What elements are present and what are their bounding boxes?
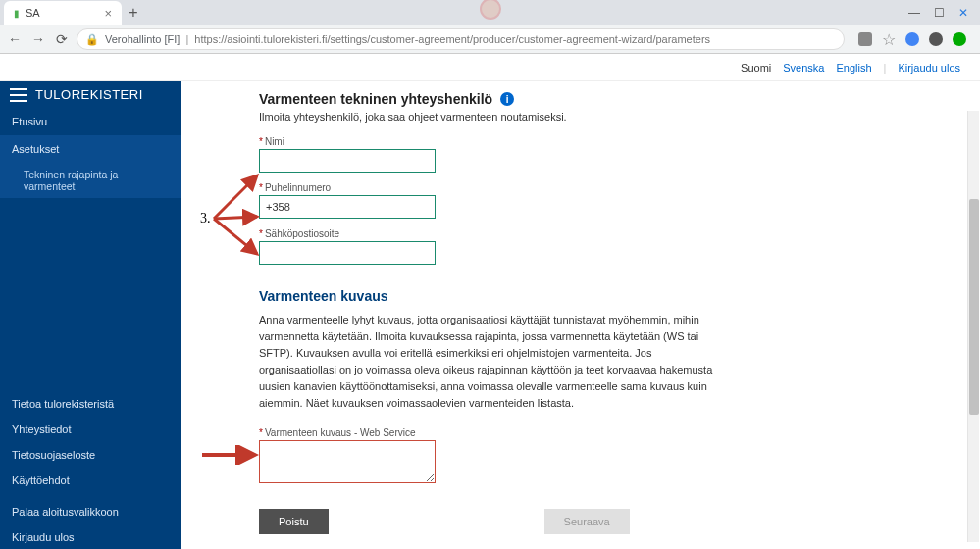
sidebar: TULOREKISTERI Etusivu Asetukset Tekninen…	[0, 81, 181, 549]
phone-input[interactable]	[259, 195, 436, 219]
extension-icons: ☆	[851, 30, 974, 49]
url-org: Verohallinto [FI]	[105, 33, 180, 45]
sidebar-item-logout[interactable]: Kirjaudu ulos	[0, 524, 181, 549]
exit-button[interactable]: Poistu	[259, 509, 329, 534]
new-tab-button[interactable]: +	[122, 4, 145, 22]
lang-link-sv[interactable]: Svenska	[783, 62, 824, 74]
label-email: *Sähköpostiosoite	[259, 228, 941, 239]
browser-tab[interactable]: ▮ SA ×	[4, 1, 122, 25]
sidebar-item-privacy[interactable]: Tietosuojaseloste	[0, 442, 181, 468]
nav-row: ← → ⟳ 🔒 Verohallinto [FI] | https://asio…	[0, 25, 980, 53]
browser-chrome: ▮ SA × + — ☐ ✕ ← → ⟳ 🔒 Verohallinto [FI]…	[0, 0, 980, 54]
minimize-icon[interactable]: —	[908, 6, 920, 20]
brand-row: TULOREKISTERI	[0, 81, 181, 108]
name-input[interactable]	[259, 149, 436, 173]
ext-icon-4[interactable]	[953, 32, 966, 46]
url-divider: |	[185, 33, 188, 45]
annotation-arrow-2	[200, 445, 261, 465]
cert-desc-textarea[interactable]	[259, 440, 436, 483]
content-area: 3. Varmenteen tekninen yhteyshenkilö i I…	[181, 81, 980, 549]
lang-link-fi[interactable]: Suomi	[741, 62, 771, 74]
label-name: *Nimi	[259, 136, 941, 147]
language-bar: Suomi Svenska English | Kirjaudu ulos	[0, 54, 980, 81]
annotation-step-number: 3.	[200, 211, 211, 226]
next-button[interactable]: Seuraava	[544, 509, 630, 534]
url-text: https://asiointi.tulorekisteri.fi/settin…	[194, 33, 710, 45]
sidebar-item-settings[interactable]: Asetukset	[0, 135, 181, 163]
sidebar-item-terms[interactable]: Käyttöehdot	[0, 468, 181, 493]
sidebar-item-back[interactable]: Palaa aloitusvalikkoon	[0, 499, 181, 524]
annotation-arrow-1	[210, 170, 263, 258]
sidebar-item-about[interactable]: Tietoa tulorekisteristä	[0, 391, 181, 417]
svg-line-0	[214, 175, 257, 219]
close-icon[interactable]: ×	[104, 6, 112, 21]
ext-icon-1[interactable]	[858, 32, 872, 46]
section-title-text: Varmenteen tekninen yhteyshenkilö	[259, 91, 492, 107]
label-phone: *Puhelinnumero	[259, 182, 941, 193]
sidebar-item-home[interactable]: Etusivu	[0, 108, 181, 135]
section-title-description: Varmenteen kuvaus	[259, 288, 941, 304]
description-paragraph: Anna varmenteelle lyhyt kuvaus, jotta or…	[259, 312, 730, 412]
close-window-icon[interactable]: ✕	[958, 6, 968, 20]
divider: |	[884, 62, 887, 74]
ext-icon-3[interactable]	[929, 32, 943, 46]
maximize-icon[interactable]: ☐	[934, 6, 945, 20]
sidebar-sub-technical[interactable]: Tekninen rajapinta ja varmenteet	[0, 163, 181, 198]
tab-title: SA	[26, 7, 40, 19]
browser-watermark-icon	[480, 0, 501, 20]
button-row: Poistu Seuraava	[259, 509, 941, 534]
sidebar-footer: Tietoa tulorekisteristä Yhteystiedot Tie…	[0, 391, 181, 549]
menu-icon[interactable]	[10, 88, 27, 102]
ext-icon-2[interactable]	[905, 32, 919, 46]
lang-link-en[interactable]: English	[836, 62, 871, 74]
window-controls: — ☐ ✕	[908, 6, 976, 20]
reload-icon[interactable]: ⟳	[53, 31, 71, 47]
brand-title: TULOREKISTERI	[35, 87, 143, 102]
star-icon[interactable]: ☆	[882, 30, 896, 49]
tabs-row: ▮ SA × + — ☐ ✕	[0, 0, 980, 25]
back-icon[interactable]: ←	[6, 31, 24, 47]
section-desc: Ilmoita yhteyshenkilö, joka saa ohjeet v…	[259, 111, 941, 123]
lock-icon: 🔒	[85, 33, 99, 46]
email-input[interactable]	[259, 241, 436, 265]
sidebar-item-contact[interactable]: Yhteystiedot	[0, 417, 181, 442]
svg-line-1	[214, 217, 257, 219]
svg-line-2	[214, 219, 257, 254]
section-title-contact: Varmenteen tekninen yhteyshenkilö i	[259, 91, 941, 107]
url-bar[interactable]: 🔒 Verohallinto [FI] | https://asiointi.t…	[77, 28, 845, 50]
logout-link[interactable]: Kirjaudu ulos	[898, 62, 960, 74]
info-icon[interactable]: i	[500, 92, 514, 106]
page-viewport: Suomi Svenska English | Kirjaudu ulos TU…	[0, 54, 980, 549]
label-cert-desc: *Varmenteen kuvaus - Web Service	[259, 427, 941, 438]
forward-icon[interactable]: →	[29, 31, 47, 47]
tab-favicon: ▮	[14, 8, 20, 19]
scrollbar[interactable]	[967, 111, 979, 542]
scroll-thumb[interactable]	[969, 199, 979, 415]
